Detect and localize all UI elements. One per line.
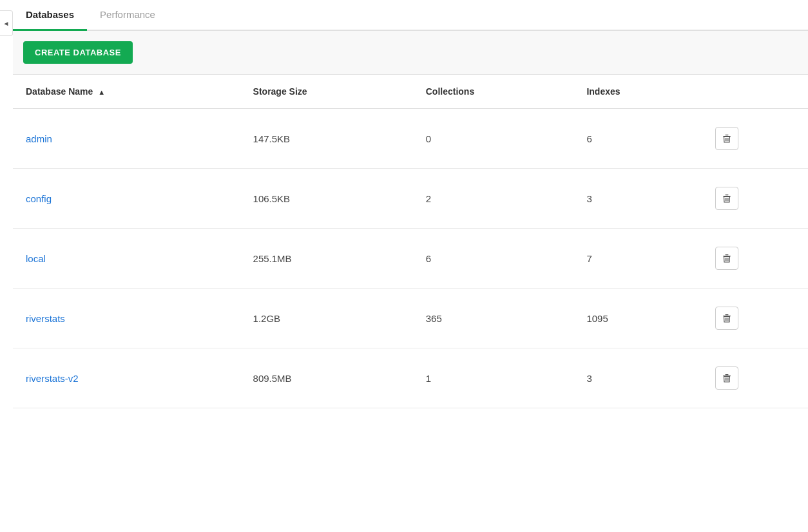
col-header-storage: Storage Size <box>240 75 413 109</box>
db-collections-cell: 2 <box>413 169 574 229</box>
table-row: config106.5KB23 <box>13 169 808 229</box>
db-name-cell: local <box>13 229 240 289</box>
trash-icon <box>722 373 732 383</box>
delete-database-button[interactable] <box>715 366 738 390</box>
db-action-cell <box>702 109 808 169</box>
svg-rect-6 <box>725 195 728 195</box>
db-action-cell <box>702 289 808 348</box>
trash-icon <box>722 133 732 144</box>
col-header-name[interactable]: Database Name ▲ <box>13 75 240 109</box>
db-indexes-cell: 3 <box>573 169 702 229</box>
tab-databases[interactable]: Databases <box>13 0 87 31</box>
tab-performance[interactable]: Performance <box>87 0 168 31</box>
db-indexes-cell: 7 <box>573 229 702 289</box>
database-table: Database Name ▲ Storage Size Collections… <box>13 75 808 408</box>
svg-rect-16 <box>725 314 728 315</box>
db-indexes-cell: 1095 <box>573 289 702 348</box>
table-header-row: Database Name ▲ Storage Size Collections… <box>13 75 808 109</box>
trash-icon <box>722 313 732 323</box>
sidebar-toggle-button[interactable] <box>0 10 13 36</box>
tab-bar: Databases Performance <box>13 0 808 31</box>
col-header-actions <box>702 75 808 109</box>
db-name-cell: riverstats <box>13 289 240 348</box>
db-storage-cell: 147.5KB <box>240 109 413 169</box>
db-name-cell: riverstats-v2 <box>13 348 240 408</box>
table-row: local255.1MB67 <box>13 229 808 289</box>
db-storage-cell: 809.5MB <box>240 348 413 408</box>
delete-database-button[interactable] <box>715 127 738 150</box>
db-collections-cell: 365 <box>413 289 574 348</box>
trash-icon <box>722 253 732 263</box>
svg-rect-11 <box>725 254 728 255</box>
trash-icon <box>722 193 732 204</box>
db-indexes-cell: 6 <box>573 109 702 169</box>
db-collections-cell: 1 <box>413 348 574 408</box>
delete-database-button[interactable] <box>715 187 738 210</box>
col-header-indexes: Indexes <box>573 75 702 109</box>
db-action-cell <box>702 169 808 229</box>
db-action-cell <box>702 348 808 408</box>
db-collections-cell: 6 <box>413 229 574 289</box>
db-storage-cell: 255.1MB <box>240 229 413 289</box>
db-storage-cell: 1.2GB <box>240 289 413 348</box>
main-content: Databases Performance CREATE DATABASE Da… <box>13 0 808 408</box>
sort-asc-icon: ▲ <box>98 88 105 96</box>
db-name-link[interactable]: admin <box>26 133 52 144</box>
table-row: admin147.5KB06 <box>13 109 808 169</box>
db-name-link[interactable]: riverstats-v2 <box>26 373 79 384</box>
db-collections-cell: 0 <box>413 109 574 169</box>
db-name-link[interactable]: riverstats <box>26 313 65 324</box>
create-database-button[interactable]: CREATE DATABASE <box>23 41 133 64</box>
table-row: riverstats-v2809.5MB13 <box>13 348 808 408</box>
delete-database-button[interactable] <box>715 307 738 330</box>
col-header-collections: Collections <box>413 75 574 109</box>
db-name-cell: config <box>13 169 240 229</box>
delete-database-button[interactable] <box>715 247 738 270</box>
svg-rect-21 <box>725 374 728 375</box>
db-name-link[interactable]: config <box>26 193 52 204</box>
svg-rect-1 <box>725 135 728 135</box>
app-container: Databases Performance CREATE DATABASE Da… <box>0 0 808 532</box>
db-storage-cell: 106.5KB <box>240 169 413 229</box>
table-row: riverstats1.2GB3651095 <box>13 289 808 348</box>
db-indexes-cell: 3 <box>573 348 702 408</box>
db-name-link[interactable]: local <box>26 253 46 264</box>
toolbar: CREATE DATABASE <box>13 31 808 75</box>
db-action-cell <box>702 229 808 289</box>
db-name-cell: admin <box>13 109 240 169</box>
